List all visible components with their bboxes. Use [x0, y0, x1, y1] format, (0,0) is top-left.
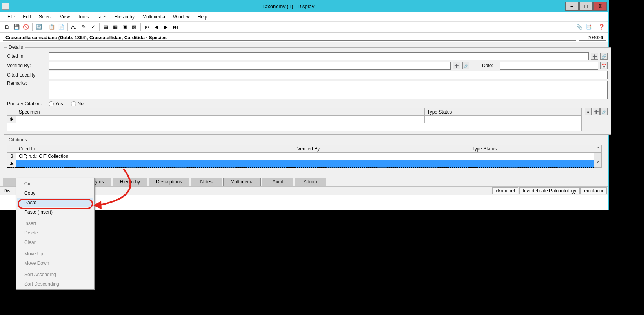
verified-by-cell[interactable] [295, 153, 469, 160]
tab-audit[interactable]: Audit [262, 178, 293, 186]
type-status-header[interactable]: Type Status [425, 108, 582, 116]
primary-citation-label: Primary Citation: [7, 101, 46, 106]
citations-type-status-header[interactable]: Type Status [469, 145, 594, 153]
cited-in-add-icon[interactable]: ➕ [591, 53, 598, 60]
citations-row-selected[interactable]: ✱ [7, 160, 602, 168]
details-legend: Details [7, 44, 25, 50]
app-icon [2, 3, 9, 10]
ctx-separator [18, 269, 93, 269]
record-id: 204026 [579, 34, 606, 41]
cited-in-link-icon[interactable]: 🔗 [600, 53, 608, 60]
menu-tabs[interactable]: Tabs [93, 13, 110, 21]
save-icon[interactable]: 💾 [12, 23, 21, 31]
date-picker-icon[interactable]: 📅 [600, 62, 608, 69]
menu-window[interactable]: Window [169, 13, 194, 21]
toolbar: 🗋 💾 🚫 🔄 📋 📄 A↓ ✎ ✓ ▤ ▦ ▣ ▨ ⏮ ◀ ▶ ⏭ 📎 📑 ❓ [0, 22, 608, 33]
nav-first-icon[interactable]: ⏮ [143, 23, 151, 31]
cited-in-cell[interactable] [16, 160, 295, 168]
edit-icon[interactable]: ✎ [79, 23, 88, 31]
stop-icon[interactable]: 🚫 [22, 23, 30, 31]
grid-view-icon[interactable]: ▦ [111, 23, 120, 31]
specimen-header[interactable]: Specimen [16, 108, 425, 116]
titlebar: Taxonomy (1) - Display — □ X [0, 0, 608, 12]
menu-file[interactable]: File [4, 13, 19, 21]
remarks-label: Remarks: [7, 81, 46, 86]
citations-cited-in-header[interactable]: Cited In [16, 145, 295, 153]
remarks-input[interactable] [49, 81, 608, 99]
citations-legend: Citations [7, 137, 29, 143]
verified-by-label: Verified By: [7, 63, 46, 68]
scroll-up-icon[interactable]: ˄ [594, 145, 602, 153]
primary-citation-no[interactable]: No [71, 101, 84, 106]
tab-notes[interactable]: Notes [191, 178, 222, 186]
paste-record-icon[interactable]: 📄 [57, 23, 65, 31]
specimen-marker-header [7, 108, 16, 116]
minimize-button[interactable]: — [565, 2, 579, 11]
menu-view[interactable]: View [56, 13, 74, 21]
detail-view-icon[interactable]: ▨ [130, 23, 138, 31]
row-marker: 3 [7, 153, 16, 160]
type-status-cell[interactable] [469, 153, 594, 160]
specimen-add-icon[interactable]: ➕ [593, 108, 600, 115]
tab-hierarchy[interactable]: Hierarchy [113, 178, 147, 186]
status-user: ekrimmel [492, 187, 518, 194]
refresh-icon[interactable]: 🔄 [35, 23, 43, 31]
row-marker: ✱ [7, 116, 16, 123]
cited-in-cell[interactable]: CIT; n.d.; CIT Collection [16, 153, 295, 160]
sort-az-icon[interactable]: A↓ [70, 23, 78, 31]
verified-by-link-icon[interactable]: 🔗 [462, 62, 469, 69]
list-view-icon[interactable]: ▤ [102, 23, 110, 31]
new-record-icon[interactable]: 🗋 [3, 23, 11, 31]
menu-select[interactable]: Select [35, 13, 56, 21]
ctx-separator [18, 218, 93, 218]
specimen-row-new[interactable]: ✱ [7, 116, 582, 123]
row-marker: ✱ [7, 160, 16, 168]
specimen-table: Specimen Type Status ✱ [7, 108, 582, 131]
tab-admin[interactable]: Admin [295, 178, 326, 186]
primary-citation-yes[interactable]: Yes [49, 101, 63, 106]
ctx-sort-desc: Sort Descending [17, 279, 93, 289]
menu-hierarchy[interactable]: Hierarchy [111, 13, 138, 21]
scroll-down-icon[interactable]: ˅ [594, 153, 602, 168]
page-view-icon[interactable]: ▣ [120, 23, 129, 31]
window-title: Taxonomy (1) - Display [12, 4, 564, 9]
menu-edit[interactable]: Edit [19, 13, 35, 21]
attach-icon[interactable]: 📎 [575, 23, 584, 31]
verified-by-cell[interactable] [295, 160, 469, 168]
nav-next-icon[interactable]: ▶ [162, 23, 170, 31]
verified-by-input[interactable] [49, 62, 451, 70]
copy-icon[interactable]: 📑 [584, 23, 593, 31]
ctx-sort-asc: Sort Ascending [17, 270, 93, 279]
menubar: File Edit Select View Tools Tabs Hierarc… [0, 12, 608, 22]
specimen-link-icon[interactable]: 🔗 [600, 108, 608, 115]
citations-row[interactable]: 3 CIT; n.d.; CIT Collection ˅ [7, 153, 602, 160]
citations-verified-by-header[interactable]: Verified By [295, 145, 469, 153]
ctx-move-up: Move Up [17, 249, 93, 258]
verified-by-add-icon[interactable]: ➕ [453, 62, 460, 69]
copy-record-icon[interactable]: 📋 [47, 23, 56, 31]
maximize-button[interactable]: □ [579, 2, 593, 11]
specimen-cell[interactable] [16, 116, 425, 123]
menu-help[interactable]: Help [194, 13, 211, 21]
ctx-copy[interactable]: Copy [17, 189, 93, 198]
close-button[interactable]: X [593, 2, 607, 11]
nav-last-icon[interactable]: ⏭ [171, 23, 180, 31]
nav-prev-icon[interactable]: ◀ [152, 23, 161, 31]
ctx-paste-insert[interactable]: Paste (Insert) [17, 207, 93, 217]
spellcheck-icon[interactable]: ✓ [89, 23, 97, 31]
type-status-cell[interactable] [469, 160, 594, 168]
ctx-delete: Delete [17, 228, 93, 238]
ctx-cut[interactable]: Cut [17, 179, 93, 189]
ctx-paste[interactable]: Paste [17, 198, 93, 207]
cited-in-input[interactable] [49, 52, 589, 60]
date-input[interactable] [500, 62, 598, 70]
help-icon[interactable]: ❓ [597, 23, 606, 31]
content-area: Details Cited In: ➕ 🔗 Verified By: ➕ 🔗 D… [0, 42, 608, 176]
menu-tools[interactable]: Tools [74, 13, 93, 21]
tab-multimedia[interactable]: Multimedia [223, 178, 261, 186]
specimen-sort-icon[interactable]: ≡ [585, 108, 592, 115]
tab-descriptions[interactable]: Descriptions [149, 178, 189, 186]
menu-multimedia[interactable]: Multimedia [138, 13, 169, 21]
type-status-cell[interactable] [425, 116, 582, 123]
cited-locality-input[interactable] [49, 71, 608, 79]
